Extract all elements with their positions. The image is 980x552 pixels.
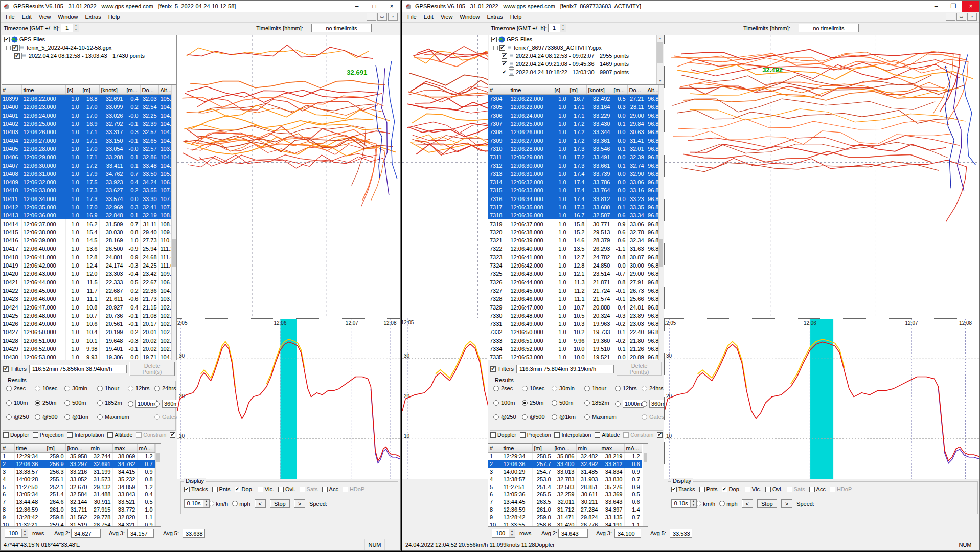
option-checkbox[interactable] bbox=[520, 432, 526, 438]
table-row[interactable]: 1042312:06:46.0001.011.121.611-0.621.731… bbox=[1, 295, 173, 303]
table-row[interactable]: 1041812:06:41.0001.012.824.801-0.924.681… bbox=[1, 253, 173, 261]
table-row[interactable]: 812:36:59261.031.71127.91533.7721.0 bbox=[1, 506, 154, 514]
unit-radio-mph[interactable]: mph bbox=[232, 501, 250, 507]
tree-checkbox[interactable]: ✔ bbox=[502, 70, 507, 75]
column-header[interactable]: [m... bbox=[125, 85, 140, 95]
table-row[interactable]: 413:38:57253.032.78331.90333.8300.7 bbox=[488, 475, 642, 483]
table-row[interactable]: 913:28:42259.831.56229.77832.8201.1 bbox=[1, 513, 154, 521]
table-row[interactable]: 730512:06:23.0001.017.133.1640.328.1196.… bbox=[488, 103, 660, 111]
display-checkbox[interactable] bbox=[830, 487, 835, 492]
column-header[interactable]: time bbox=[21, 85, 65, 95]
column-header[interactable]: # bbox=[488, 85, 509, 95]
column-header[interactable]: max bbox=[112, 444, 137, 453]
table-row[interactable]: 732312:06:41.0001.012.724.782-0.830.8796… bbox=[488, 253, 660, 261]
table-row[interactable]: 1041912:06:42.0001.012.424.174-0.324.251… bbox=[1, 261, 173, 270]
radio-option-1852m[interactable]: 1852m bbox=[584, 400, 609, 406]
radio-option-500[interactable]: @500 bbox=[35, 414, 58, 420]
column-header[interactable]: mA... bbox=[624, 444, 642, 453]
table-row[interactable]: 732912:06:47.0001.010.720.888-0.424.8196… bbox=[488, 303, 660, 311]
table-row[interactable]: 1011:33:55258.631.42026.77634.1911.1 bbox=[488, 521, 642, 527]
column-header[interactable]: Do... bbox=[627, 85, 646, 95]
tree-item[interactable]: ✔2022.04.24 08:12:53 - 09:02:072955 poin… bbox=[489, 52, 664, 60]
step-forward-button[interactable]: > bbox=[781, 499, 792, 508]
radio-option-250[interactable]: @250 bbox=[493, 414, 516, 420]
unit-radio-mph[interactable]: mph bbox=[719, 501, 737, 507]
radio-option-maximum[interactable]: Maximum bbox=[97, 414, 129, 420]
table-row[interactable]: 1041412:06:37.0001.016.231.509-0.731.111… bbox=[1, 219, 173, 228]
display-checkbox[interactable] bbox=[322, 487, 328, 492]
table-row[interactable]: 731912:06:37.0001.015.830.771-0.933.0696… bbox=[488, 219, 660, 228]
table-row[interactable]: 1039912:06:22.0001.016.832.6910.432.0310… bbox=[1, 95, 173, 103]
tree-item[interactable]: ✔GPS-Files bbox=[489, 35, 664, 43]
option-checkbox[interactable] bbox=[33, 432, 38, 438]
option-interpolation[interactable]: Interpolation bbox=[67, 432, 104, 438]
table-row[interactable]: 212:06:36257.733.40032.49233.8120.6 bbox=[488, 460, 642, 468]
table-row[interactable]: 1042912:06:52.0001.09.9819.401-0.120.021… bbox=[1, 345, 173, 353]
column-header[interactable]: [s] bbox=[65, 85, 81, 95]
menu-item-window[interactable]: Window bbox=[456, 13, 483, 21]
column-header[interactable]: [m] bbox=[45, 444, 65, 453]
radio-option-24hrs[interactable]: 24hrs bbox=[642, 385, 664, 391]
table-row[interactable]: 613:05:36265.532.25930.61133.3690.5 bbox=[488, 491, 642, 498]
table-row[interactable]: 732612:06:44.0001.011.321.871-0.827.9196… bbox=[488, 278, 660, 286]
display-checkbox[interactable] bbox=[745, 487, 750, 492]
option-altitude[interactable]: Altitude bbox=[107, 432, 132, 438]
option-constrain[interactable]: Constrain bbox=[136, 432, 166, 438]
table-row[interactable]: 314:00:29254.733.01331.48534.8340.9 bbox=[488, 468, 642, 476]
scrollbar-thumb[interactable] bbox=[657, 42, 663, 63]
table-row[interactable]: 730412:06:22.0001.016.732.4920.527.2196.… bbox=[488, 95, 660, 103]
stop-button[interactable]: Stop bbox=[757, 499, 777, 508]
minimize-button[interactable]: – bbox=[927, 1, 945, 12]
radio-option-12hrs[interactable]: 12hrs bbox=[615, 385, 637, 391]
display-option-hdop[interactable]: HDoP bbox=[343, 486, 364, 492]
tree-expander-icon[interactable]: − bbox=[493, 46, 498, 50]
option-altitude[interactable]: Altitude bbox=[595, 432, 620, 438]
table-scrollbar[interactable] bbox=[155, 444, 161, 526]
option-interpolation[interactable]: Interpolation bbox=[554, 432, 591, 438]
table-row[interactable]: 1041012:06:33.0001.017.333.627-0.233.551… bbox=[1, 186, 173, 194]
display-checkbox[interactable] bbox=[258, 487, 263, 492]
rows-spinner[interactable]: 100▲▼ bbox=[5, 529, 28, 538]
filters-checkbox[interactable]: ✔ bbox=[3, 366, 9, 372]
filters-checkbox[interactable]: ✔ bbox=[490, 366, 496, 372]
column-header[interactable]: min bbox=[89, 444, 112, 453]
radio-option-2sec[interactable]: 2sec bbox=[6, 385, 26, 391]
mdi-restore-button[interactable]: ▭ bbox=[377, 13, 387, 21]
menu-item-file[interactable]: File bbox=[2, 13, 18, 21]
table-row[interactable]: 1041512:06:38.0001.015.430.030-0.829.401… bbox=[1, 228, 173, 236]
display-option-dop[interactable]: ✔Dop. bbox=[722, 486, 741, 492]
option-checkbox[interactable]: ✔ bbox=[657, 432, 663, 438]
table-row[interactable]: 1042112:06:44.0001.011.522.333-0.522.671… bbox=[1, 278, 173, 286]
table-row[interactable]: 1011:32:21259.431.51928.75434.3210.9 bbox=[1, 521, 154, 527]
radio-option-gates[interactable]: Gates bbox=[642, 414, 664, 420]
table-row[interactable]: 732812:06:46.0001.011.121.574-0.125.6696… bbox=[488, 295, 660, 303]
option-checkbox[interactable] bbox=[490, 432, 496, 438]
display-checkbox[interactable] bbox=[765, 487, 771, 492]
menu-item-edit[interactable]: Edit bbox=[18, 13, 35, 21]
column-header[interactable]: # bbox=[1, 444, 14, 453]
radio-option-12hrs[interactable]: 12hrs bbox=[128, 385, 150, 391]
table-row[interactable]: 1041612:06:39.0001.014.528.169-1.027.731… bbox=[1, 236, 173, 245]
column-header[interactable]: mA... bbox=[137, 444, 154, 453]
radio-option-1km[interactable]: @1km bbox=[64, 414, 88, 420]
speed-graph-plot[interactable]: 12:0512:0612:0712:08302010 bbox=[177, 319, 400, 479]
radio-option-100m[interactable]: 100m bbox=[6, 400, 28, 406]
menu-item-extras[interactable]: Extras bbox=[81, 13, 104, 21]
radio-option-1000m[interactable]: 1000m bbox=[128, 400, 157, 408]
table-row[interactable]: 1040512:06:28.0001.017.033.054-0.032.571… bbox=[1, 145, 173, 153]
radio-option-30min[interactable]: 30min bbox=[552, 385, 575, 391]
table-row[interactable]: 731112:06:29.0001.017.233.491-0.032.3996… bbox=[488, 153, 660, 161]
table-row[interactable]: 733312:06:51.0001.09.9619.360-0.221.8096… bbox=[488, 337, 660, 345]
table-row[interactable]: 731412:06:32.0001.017.433.7860.033.0696.… bbox=[488, 178, 660, 186]
radio-value-box[interactable]: 1000m bbox=[135, 400, 157, 408]
table-row[interactable]: 730612:06:24.0001.017.133.2290.029.0096.… bbox=[488, 112, 660, 120]
table-row[interactable]: 1042412:06:47.0001.010.820.927-0.421.151… bbox=[1, 303, 173, 311]
radio-option-1hour[interactable]: 1hour bbox=[584, 385, 606, 391]
menu-item-window[interactable]: Window bbox=[54, 13, 81, 21]
column-header[interactable]: # bbox=[1, 85, 21, 95]
display-option-sats[interactable]: Sats bbox=[787, 486, 805, 492]
table-row[interactable]: 732212:06:40.0001.013.526.293-1.131.6396… bbox=[488, 245, 660, 253]
table-row[interactable]: 1040112:06:24.0001.017.033.026-0.032.251… bbox=[1, 112, 173, 120]
display-option-dop[interactable]: ✔Dop. bbox=[235, 486, 254, 492]
table-row[interactable]: 731212:06:30.0001.017.333.6610.132.7496.… bbox=[488, 161, 660, 169]
